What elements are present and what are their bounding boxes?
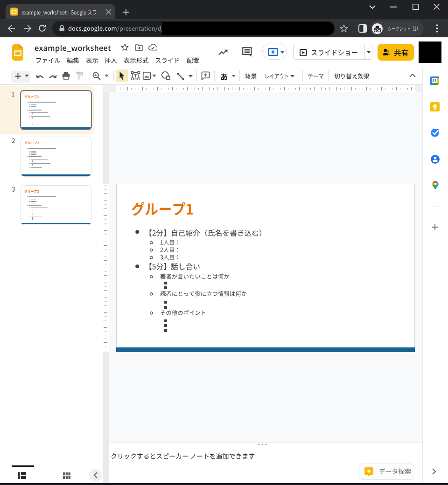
svg-text:31: 31 <box>432 79 437 83</box>
